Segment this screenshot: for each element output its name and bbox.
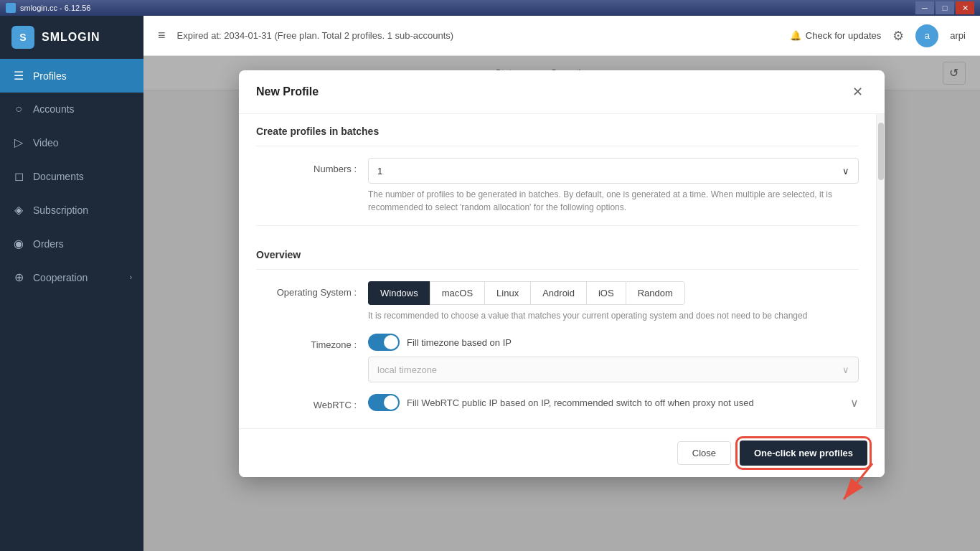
os-macos-button[interactable]: macOS [430,281,484,305]
sidebar-item-label: Orders [33,238,132,250]
numbers-select[interactable]: 1 ∨ [368,158,859,184]
timezone-label: Timezone : [256,334,357,350]
os-ios-button[interactable]: iOS [586,281,626,305]
gear-icon[interactable]: ⚙ [892,28,904,44]
main-layout: S SMLOGIN ☰ Profiles ○ Accounts ▷ Video … [0,16,980,551]
logo-icon: S [11,26,34,49]
status-text: Expired at: 2034-01-31 (Free plan. Total… [177,30,778,41]
subscription-icon: ◈ [11,203,26,217]
sidebar-item-label: Subscription [33,204,132,216]
timezone-toggle-label: Fill timezone based on IP [407,337,512,348]
webrtc-field: Fill WebRTC public IP based on IP, recom… [368,394,859,417]
sidebar-item-label: Video [33,137,132,149]
topbar-actions: 🔔 Check for updates ⚙ a arpi [790,24,966,47]
check-updates-button[interactable]: 🔔 Check for updates [790,30,882,41]
timezone-arrow-icon: ∨ [842,364,849,375]
accounts-icon: ○ [11,103,26,116]
titlebar-text: smlogin.cc - 6.12.56 [20,4,90,12]
titlebar-title: smlogin.cc - 6.12.56 [6,3,90,13]
sidebar-item-profiles[interactable]: ☰ Profiles [0,59,143,93]
scrollbar-thumb [878,123,884,180]
sidebar-item-accounts[interactable]: ○ Accounts [0,93,143,126]
close-button[interactable]: Close [677,441,731,465]
avatar-initial: a [925,30,930,41]
menu-icon[interactable]: ≡ [158,28,166,43]
sidebar-item-label: Documents [33,171,132,182]
numbers-label: Numbers : [256,158,357,174]
timezone-field: Fill timezone based on IP local timezone… [368,334,859,382]
os-random-button[interactable]: Random [626,281,685,305]
modal-body: Create profiles in batches Numbers : 1 ∨… [239,114,885,428]
username-label: arpi [950,30,966,41]
timezone-toggle[interactable] [368,334,400,351]
timezone-select[interactable]: local timezone ∨ [368,357,859,382]
modal-close-button[interactable]: ✕ [847,82,867,102]
webrtc-arrow-icon: ∨ [850,396,859,410]
webrtc-toggle-row: Fill WebRTC public IP based on IP, recom… [368,394,859,417]
numbers-value: 1 [377,166,382,176]
batch-section-title: Create profiles in batches [256,114,859,146]
os-helper: It is recommended to choose a value that… [368,309,859,322]
numbers-helper: The number of profiles to be generated i… [368,188,859,214]
sidebar-item-subscription[interactable]: ◈ Subscription [0,193,143,227]
numbers-field: 1 ∨ The number of profiles to be generat… [368,158,859,214]
os-label: Operating System : [256,281,357,298]
modal-scrollbar[interactable] [876,114,885,428]
os-button-group: Windows macOS Linux Android iOS Random [368,281,859,305]
overview-section-title: Overview [256,237,859,270]
toggle-thumb [384,335,398,349]
avatar[interactable]: a [915,24,938,47]
content-area: Status Operation ↺ New Profile ✕ [143,56,980,551]
sidebar-item-cooperation[interactable]: ⊕ Cooperation › [0,260,143,294]
maximize-button[interactable]: □ [936,1,954,14]
one-click-new-profiles-button[interactable]: One-click new profiles [740,441,867,466]
profiles-icon: ☰ [11,69,26,83]
topbar: ≡ Expired at: 2034-01-31 (Free plan. Tot… [143,16,980,56]
cooperation-icon: ⊕ [11,270,26,284]
sidebar-item-video[interactable]: ▷ Video [0,126,143,159]
minimize-button[interactable]: ─ [915,1,934,14]
titlebar: smlogin.cc - 6.12.56 ─ □ ✕ [0,0,980,16]
sidebar-item-label: Profiles [33,70,132,82]
sidebar: S SMLOGIN ☰ Profiles ○ Accounts ▷ Video … [0,16,143,551]
webrtc-label: WebRTC : [256,394,357,410]
sidebar-item-documents[interactable]: ◻ Documents [0,159,143,193]
timezone-toggle-row: Fill timezone based on IP [368,334,859,351]
webrtc-row: WebRTC : Fill WebRTC public IP based on … [256,394,859,417]
os-field: Windows macOS Linux Android iOS Random I… [368,281,859,322]
orders-icon: ◉ [11,237,26,250]
timezone-placeholder: local timezone [377,364,437,375]
modal-title: New Profile [256,85,319,98]
section-divider [256,225,859,226]
modal-content-area: Create profiles in batches Numbers : 1 ∨… [239,114,876,428]
os-windows-button[interactable]: Windows [368,281,430,305]
new-profile-modal: New Profile ✕ Create profiles in batches… [239,70,885,477]
webrtc-toggle-label: Fill WebRTC public IP based on IP, recom… [407,397,843,408]
modal-footer: Close One-click new profiles [239,428,885,477]
numbers-row: Numbers : 1 ∨ The number of profiles to … [256,158,859,214]
modal-header: New Profile ✕ [239,70,885,114]
sidebar-item-orders[interactable]: ◉ Orders [0,227,143,260]
os-row: Operating System : Windows macOS Linux A… [256,281,859,322]
window-controls: ─ □ ✕ [915,1,974,14]
documents-icon: ◻ [11,169,26,183]
webrtc-toggle[interactable] [368,394,400,411]
logo-text: SMLOGIN [42,31,100,44]
video-icon: ▷ [11,136,26,149]
sidebar-logo: S SMLOGIN [0,16,143,59]
check-updates-label: Check for updates [806,30,882,41]
os-linux-button[interactable]: Linux [484,281,530,305]
app-icon [6,3,16,13]
numbers-arrow-icon: ∨ [842,166,849,176]
modal-overlay: New Profile ✕ Create profiles in batches… [143,56,980,551]
toggle-thumb [384,395,398,410]
chevron-down-icon: › [130,273,132,281]
close-button[interactable]: ✕ [956,1,974,14]
os-android-button[interactable]: Android [530,281,586,305]
bell-icon: 🔔 [790,30,801,41]
sidebar-item-label: Accounts [33,103,132,115]
timezone-row: Timezone : Fill timezone based on IP [256,334,859,382]
sidebar-item-label: Cooperation [33,272,123,283]
